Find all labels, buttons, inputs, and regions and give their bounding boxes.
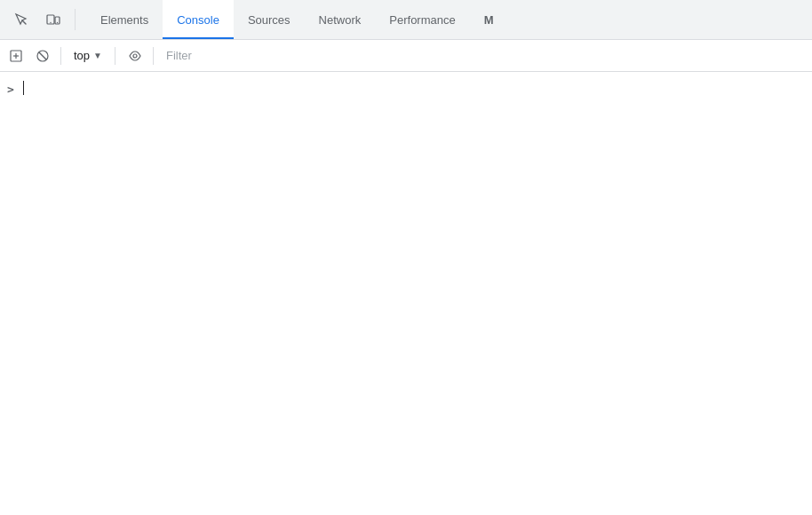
clear-icon <box>36 50 49 62</box>
device-toggle-button[interactable] <box>39 5 68 34</box>
devtools-icons <box>0 0 86 39</box>
svg-point-9 <box>133 54 137 58</box>
console-cursor <box>23 81 24 95</box>
tab-more[interactable]: M <box>470 0 508 39</box>
svg-point-2 <box>50 22 51 23</box>
watch-expressions-button[interactable] <box>123 44 147 68</box>
context-selector-button[interactable]: top ▼ <box>67 45 109 67</box>
console-prompt-symbol[interactable]: > <box>0 77 21 99</box>
tab-elements[interactable]: Elements <box>86 0 163 39</box>
cursor-icon <box>14 12 28 27</box>
toolbar-divider-3 <box>153 47 154 65</box>
filter-input-wrapper <box>159 44 808 68</box>
svg-point-3 <box>57 22 58 23</box>
tab-console[interactable]: Console <box>163 0 234 39</box>
tab-network[interactable]: Network <box>305 0 376 39</box>
eye-icon <box>129 50 141 62</box>
tab-performance[interactable]: Performance <box>375 0 469 39</box>
filter-input[interactable] <box>166 49 801 62</box>
svg-line-8 <box>39 52 46 59</box>
main-tabs: Elements Console Sources Network Perform… <box>86 0 508 39</box>
toolbar-divider-1 <box>60 47 61 65</box>
tab-bar: Elements Console Sources Network Perform… <box>0 0 812 40</box>
console-toolbar: top ▼ <box>0 40 812 72</box>
chevron-down-icon: ▼ <box>93 51 102 60</box>
icon-divider <box>75 9 76 30</box>
expand-messages-button[interactable] <box>4 44 28 68</box>
expand-icon <box>10 50 22 62</box>
select-element-button[interactable] <box>7 5 36 34</box>
toolbar-divider-2 <box>115 47 115 65</box>
tab-sources[interactable]: Sources <box>234 0 305 39</box>
device-icon <box>46 12 60 27</box>
context-value: top <box>74 49 90 62</box>
clear-console-button[interactable] <box>30 44 55 68</box>
console-input-line: > <box>0 75 812 100</box>
console-area: > <box>0 72 812 515</box>
